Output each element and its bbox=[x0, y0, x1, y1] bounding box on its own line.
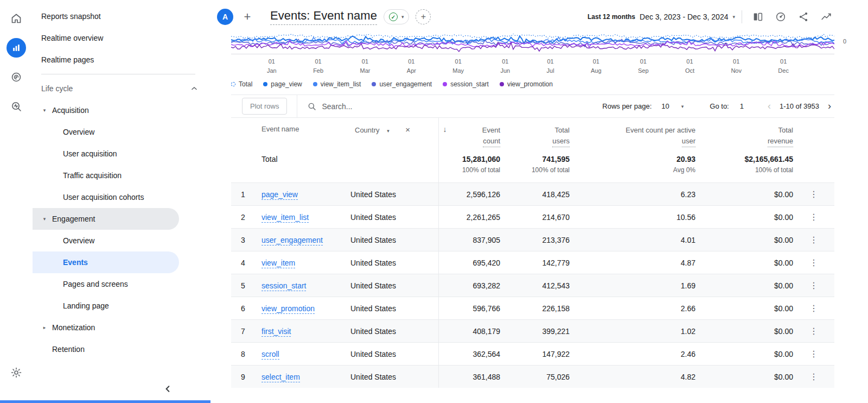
sidebar-item-engagement-overview[interactable]: Overview bbox=[33, 230, 209, 251]
sidebar-item-realtime-overview[interactable]: Realtime overview bbox=[33, 27, 209, 49]
next-page-icon[interactable]: › bbox=[828, 100, 831, 112]
revenue-cell: $0.00 bbox=[704, 183, 802, 206]
sidebar-item-landing-page[interactable]: Landing page bbox=[33, 295, 209, 317]
column-event-count[interactable]: ↓ Event count bbox=[438, 118, 509, 154]
sidebar-item-user-acquisition-cohorts[interactable]: User acquisition cohorts bbox=[33, 186, 209, 208]
event-name-link[interactable]: first_visit bbox=[261, 327, 291, 337]
comparison-icon[interactable] bbox=[749, 8, 767, 26]
row-menu-icon[interactable]: ⋮ bbox=[809, 326, 818, 336]
sidebar-item-realtime-pages[interactable]: Realtime pages bbox=[33, 49, 209, 71]
x-axis-tick: 01Jul bbox=[547, 57, 554, 75]
country-cell: United States bbox=[350, 206, 438, 229]
event-name-link[interactable]: view_promotion bbox=[261, 304, 315, 314]
chevron-up-icon bbox=[191, 86, 197, 91]
column-event-name[interactable]: Event name bbox=[257, 118, 350, 154]
dimension-dropdown-icon[interactable]: ▾ bbox=[387, 128, 390, 134]
check-icon: ✓ bbox=[389, 12, 398, 21]
legend-item[interactable]: page_view bbox=[263, 80, 302, 88]
event-name-link[interactable]: page_view bbox=[261, 190, 298, 200]
sidebar-item-acquisition[interactable]: ▾ Acquisition bbox=[33, 99, 209, 121]
search-input[interactable] bbox=[322, 102, 452, 111]
sidebar-item-pages-and-screens[interactable]: Pages and screens bbox=[33, 273, 209, 295]
revenue-cell: $0.00 bbox=[704, 206, 802, 229]
chevron-down-icon: ▾ bbox=[732, 14, 735, 20]
row-menu-icon[interactable]: ⋮ bbox=[809, 281, 818, 290]
event-name-link[interactable]: view_item bbox=[261, 259, 295, 268]
country-cell: United States bbox=[350, 251, 438, 274]
sidebar-item-events[interactable]: Events bbox=[33, 251, 179, 273]
rows-per-page-select[interactable]: 10 ▾ bbox=[661, 102, 684, 110]
remove-dimension-icon[interactable]: × bbox=[405, 125, 410, 134]
insights-icon[interactable] bbox=[771, 8, 790, 26]
sidebar-item-user-acquisition[interactable]: User acquisition bbox=[33, 143, 209, 165]
sidebar-item-reports-snapshot[interactable]: Reports snapshot bbox=[33, 5, 209, 27]
table-row: 8 scroll United States 362,564 147,922 2… bbox=[231, 343, 834, 366]
total-users-cell: 75,026 bbox=[509, 366, 578, 388]
plot-rows-button[interactable]: Plot rows bbox=[242, 98, 287, 115]
per-user-cell: 6.23 bbox=[578, 183, 704, 206]
share-icon[interactable] bbox=[794, 8, 813, 26]
legend-item[interactable]: view_item_list bbox=[313, 80, 361, 88]
per-user-cell: 2.66 bbox=[578, 297, 704, 320]
column-event-count-per-active-user[interactable]: Event count per active user bbox=[578, 118, 704, 154]
previous-page-icon[interactable]: ‹ bbox=[768, 100, 771, 112]
add-comparison-icon[interactable]: + bbox=[416, 9, 431, 24]
row-number: 3 bbox=[231, 229, 257, 251]
row-menu-icon[interactable]: ⋮ bbox=[809, 190, 818, 199]
x-axis-tick: 01May bbox=[452, 57, 464, 75]
legend-label: view_promotion bbox=[507, 80, 553, 88]
go-to-page-input[interactable]: 1 bbox=[740, 102, 744, 110]
collection-life-cycle[interactable]: Life cycle bbox=[33, 78, 209, 99]
events-table: Event name Country ▾ × ↓ Event coun bbox=[231, 118, 834, 388]
row-menu-icon[interactable]: ⋮ bbox=[809, 304, 818, 313]
account-avatar[interactable]: A bbox=[217, 9, 233, 25]
page-title[interactable]: Events: Event name bbox=[270, 9, 377, 25]
add-icon[interactable]: + bbox=[239, 8, 256, 26]
sidebar-item-traffic-acquisition[interactable]: Traffic acquisition bbox=[33, 165, 209, 186]
sidebar-item-acquisition-overview[interactable]: Overview bbox=[33, 121, 209, 143]
event-name-link[interactable]: select_item bbox=[261, 373, 300, 382]
total-users-cell: 142,779 bbox=[509, 251, 578, 274]
country-cell: United States bbox=[350, 297, 438, 320]
date-range-picker[interactable]: Dec 3, 2023 - Dec 3, 2024 ▾ bbox=[640, 12, 735, 21]
column-country: Country ▾ × bbox=[350, 118, 438, 154]
sidebar-item-retention[interactable]: Retention bbox=[33, 338, 209, 360]
collapse-sidebar-button[interactable] bbox=[164, 385, 171, 394]
chevron-left-icon bbox=[164, 385, 171, 393]
admin-settings-button[interactable] bbox=[5, 362, 27, 383]
row-menu-icon[interactable]: ⋮ bbox=[809, 212, 818, 222]
explore-nav-button[interactable] bbox=[5, 96, 27, 117]
event-name-link[interactable]: view_item_list bbox=[261, 213, 309, 223]
row-menu-icon[interactable]: ⋮ bbox=[809, 235, 818, 244]
column-total-users[interactable]: Total users bbox=[509, 118, 578, 154]
event-name-link[interactable]: session_start bbox=[261, 281, 306, 291]
x-axis-tick: 01Jan bbox=[267, 57, 277, 75]
reports-nav-button[interactable] bbox=[5, 37, 27, 59]
x-axis-tick: 01Apr bbox=[407, 57, 416, 75]
legend-item[interactable]: session_start bbox=[443, 80, 489, 88]
country-cell: United States bbox=[350, 320, 438, 343]
trend-icon[interactable] bbox=[817, 8, 835, 26]
event-name-link[interactable]: user_engagement bbox=[261, 236, 323, 245]
per-user-cell: 10.56 bbox=[578, 206, 704, 229]
legend-label: view_item_list bbox=[321, 80, 361, 88]
home-nav-button[interactable] bbox=[5, 8, 27, 29]
row-menu-icon[interactable]: ⋮ bbox=[809, 258, 818, 267]
sort-descending-icon[interactable]: ↓ bbox=[443, 125, 447, 134]
sidebar-item-label: Acquisition bbox=[52, 106, 89, 115]
event-name-link[interactable]: scroll bbox=[261, 350, 279, 360]
column-total-revenue[interactable]: Total revenue bbox=[704, 118, 802, 154]
per-user-cell: 4.82 bbox=[578, 366, 704, 388]
report-status-dropdown[interactable]: ✓ ▾ bbox=[384, 9, 410, 24]
row-menu-icon[interactable]: ⋮ bbox=[809, 349, 818, 358]
row-menu-icon[interactable]: ⋮ bbox=[809, 372, 818, 381]
sidebar-item-engagement[interactable]: ▾ Engagement bbox=[33, 208, 179, 230]
row-number: 5 bbox=[231, 274, 257, 297]
legend-item[interactable]: view_promotion bbox=[500, 80, 553, 88]
legend-item[interactable]: user_engagement bbox=[372, 80, 432, 88]
per-user-cell: 1.02 bbox=[578, 320, 704, 343]
expand-arrow-icon: ▸ bbox=[41, 325, 48, 330]
legend-item[interactable]: Total bbox=[231, 80, 252, 88]
advertising-nav-button[interactable] bbox=[5, 66, 27, 88]
sidebar-item-monetization[interactable]: ▸ Monetization bbox=[33, 317, 209, 338]
